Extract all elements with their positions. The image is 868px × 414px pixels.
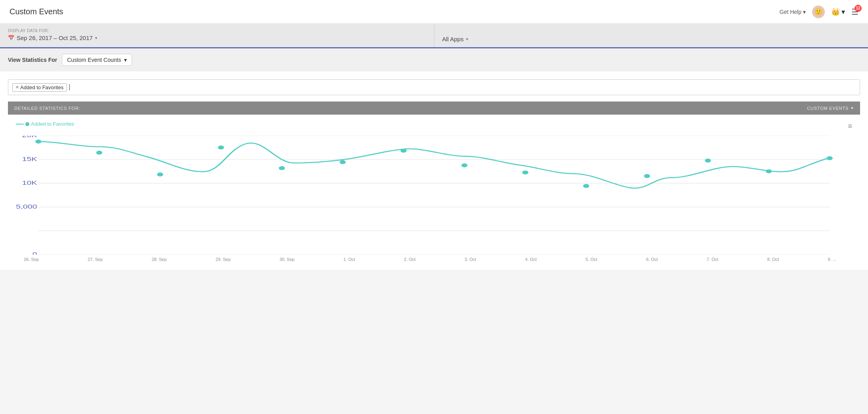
data-point (96, 151, 102, 155)
view-stats-bar: View Statistics For Custom Event Counts … (0, 48, 868, 71)
avatar: 🙂 (812, 6, 825, 18)
stats-type-value: Custom Event Counts (67, 57, 121, 63)
x-axis-labels: 26. Sep 27. Sep 28. Sep 29. Sep 30. Sep … (8, 255, 860, 262)
x-label-9: 5. Oct (586, 257, 597, 262)
x-label-1: 27. Sep (88, 257, 103, 262)
legend-dash (16, 124, 24, 125)
crown-badge[interactable]: 👑 ▾ (831, 8, 845, 16)
chevron-down-icon-date: ▾ (95, 36, 97, 40)
x-label-7: 3. Oct (465, 257, 476, 262)
svg-text:5,000: 5,000 (16, 204, 37, 210)
chevron-down-icon-stats: ▾ (124, 57, 127, 63)
data-point (157, 172, 163, 176)
header-right: Get Help ▾ 🙂 👑 ▾ ☰ 12 (780, 6, 858, 18)
x-label-13: 9. ... (828, 257, 836, 262)
svg-text:15K: 15K (22, 156, 37, 162)
chart-wrapper: 20K 15K 10K 5,000 0 (8, 136, 860, 255)
calendar-icon: 📅 (8, 35, 14, 41)
data-point (522, 171, 528, 174)
input-cursor (69, 84, 70, 90)
app-filter-value: All Apps (442, 36, 464, 42)
x-label-4: 30. Sep (279, 257, 294, 262)
chart-svg: 20K 15K 10K 5,000 0 (8, 136, 860, 255)
display-data-label: DISPLAY DATA FOR: (8, 29, 426, 33)
data-point (340, 160, 346, 164)
x-label-0: 26. Sep (24, 257, 39, 262)
tag-label: Added to Favorites (20, 84, 63, 90)
chevron-down-icon: ▾ (803, 9, 806, 15)
data-point (583, 184, 589, 188)
legend-dot (25, 122, 29, 126)
crown-icon: 👑 (831, 8, 840, 16)
chart-menu-icon[interactable]: ≡ (848, 122, 852, 130)
x-label-3: 29. Sep (216, 257, 231, 262)
legend-item: Added to Favorites (16, 121, 74, 127)
x-label-5: 1. Oct (344, 257, 355, 262)
x-label-12: 8. Oct (767, 257, 779, 262)
data-point (644, 174, 650, 178)
x-label-8: 4. Oct (525, 257, 537, 262)
data-point (705, 159, 711, 163)
notification-badge: 12 (855, 5, 862, 12)
chevron-down-icon-custom: ▾ (851, 105, 854, 111)
chart-line (38, 142, 830, 188)
get-help-button[interactable]: Get Help ▾ (780, 9, 806, 15)
data-point (461, 163, 467, 167)
chevron-down-icon-crown: ▾ (841, 8, 845, 16)
tag-input-container[interactable]: × Added to Favorites (8, 79, 860, 95)
data-point (766, 169, 772, 173)
main-content: × Added to Favorites DETAILED STATISTICS… (0, 71, 868, 270)
tag-remove-button[interactable]: × (16, 84, 19, 90)
chevron-down-icon-app: ▾ (466, 37, 468, 41)
custom-events-label: CUSTOM EVENTS (807, 106, 849, 111)
svg-text:20K: 20K (22, 136, 37, 138)
app-filter-dropdown[interactable]: All Apps ▾ (442, 36, 860, 42)
avatar-icon: 🙂 (814, 8, 822, 15)
page-title: Custom Events (10, 7, 63, 16)
data-point (401, 149, 407, 153)
legend-label: Added to Favorites (31, 121, 74, 127)
data-point (35, 140, 41, 144)
filter-bar: DISPLAY DATA FOR: 📅 Sep 26, 2017 – Oct 2… (0, 24, 868, 48)
chart-legend: Added to Favorites (12, 121, 74, 127)
app-filter-section: All Apps ▾ (434, 24, 868, 47)
header: Custom Events Get Help ▾ 🙂 👑 ▾ ☰ 12 (0, 0, 868, 24)
notification-button[interactable]: ☰ 12 (851, 7, 858, 17)
x-label-2: 28. Sep (152, 257, 167, 262)
stats-header-right: CUSTOM EVENTS ▾ (807, 105, 854, 111)
stats-type-dropdown[interactable]: Custom Event Counts ▾ (62, 54, 132, 66)
stats-header: DETAILED STATISTICS FOR: CUSTOM EVENTS ▾ (8, 102, 860, 115)
x-label-10: 6. Oct (646, 257, 658, 262)
view-stats-label: View Statistics For (8, 57, 57, 63)
data-point (279, 166, 285, 170)
svg-text:10K: 10K (22, 180, 37, 186)
data-point (827, 156, 833, 160)
tag-added-to-favorites[interactable]: × Added to Favorites (12, 83, 67, 92)
x-label-6: 2. Oct (404, 257, 415, 262)
svg-text:0: 0 (33, 251, 37, 255)
chart-area: Added to Favorites ≡ 20K 15K 10K 5,000 0 (8, 115, 860, 262)
custom-events-dropdown[interactable]: CUSTOM EVENTS ▾ (807, 105, 854, 111)
date-filter-section: DISPLAY DATA FOR: 📅 Sep 26, 2017 – Oct 2… (0, 24, 434, 47)
date-range-value: Sep 26, 2017 – Oct 25, 2017 (17, 34, 93, 41)
date-range-dropdown[interactable]: 📅 Sep 26, 2017 – Oct 25, 2017 ▾ (8, 34, 426, 41)
data-point (218, 146, 224, 150)
stats-header-label: DETAILED STATISTICS FOR: (14, 106, 80, 111)
x-label-11: 7. Oct (707, 257, 718, 262)
